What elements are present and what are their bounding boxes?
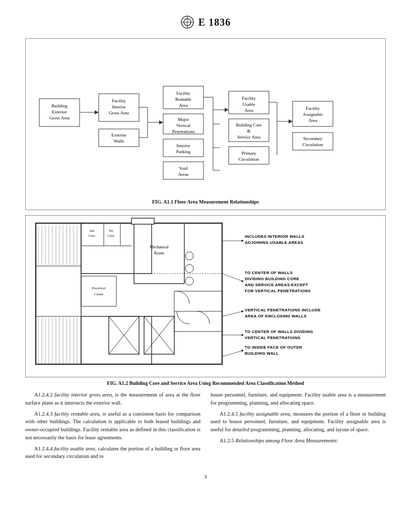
svg-text:VERTICAL PENETRATIONS INCLUDE: VERTICAL PENETRATIONS INCLUDE	[245, 308, 321, 312]
svg-rect-14	[99, 129, 139, 147]
astm-logo-icon	[180, 15, 194, 29]
svg-point-142	[241, 280, 243, 282]
svg-text:Building Core: Building Core	[236, 122, 261, 127]
svg-marker-9	[95, 110, 99, 114]
svg-text:Primary: Primary	[242, 151, 256, 156]
fig-a1-2-caption: FIG. A1.2 Building Core and Service Area…	[25, 380, 386, 386]
svg-text:&: &	[247, 128, 250, 134]
page-number: 3	[25, 474, 386, 480]
svg-text:Jan.: Jan.	[89, 229, 95, 233]
svg-text:Rentable: Rentable	[175, 97, 191, 102]
svg-rect-67	[36, 223, 222, 364]
svg-point-119	[185, 264, 193, 273]
svg-text:DIVIDING BUILDING CORE: DIVIDING BUILDING CORE	[245, 277, 300, 281]
svg-text:Area: Area	[179, 103, 188, 108]
svg-point-145	[241, 350, 243, 352]
svg-text:Clos.: Clos.	[89, 234, 96, 238]
para-a1242: A1.2.4.2 facility interior gross area, i…	[25, 391, 200, 407]
svg-text:Facility: Facility	[242, 96, 256, 101]
svg-text:Walls: Walls	[114, 139, 124, 144]
svg-text:Circulation: Circulation	[303, 142, 323, 147]
svg-text:Facility: Facility	[306, 106, 320, 111]
svg-marker-42	[225, 108, 229, 112]
svg-text:Gross Area: Gross Area	[109, 110, 129, 115]
svg-point-141	[241, 240, 243, 242]
para-a1244: A1.2.4.4 facility usable area, calculate…	[25, 445, 200, 461]
svg-text:Mechanical: Mechanical	[150, 245, 169, 249]
svg-text:Gross Area: Gross Area	[49, 115, 70, 120]
para-a1244-cont: house personnel, furniture, and equipmen…	[211, 391, 386, 407]
svg-text:INCLUDES INTERIOR WALLS: INCLUDES INTERIOR WALLS	[245, 234, 305, 239]
svg-text:Penetrations: Penetrations	[172, 129, 195, 134]
svg-line-125	[222, 274, 242, 281]
left-column: A1.2.4.2 facility interior gross area, i…	[25, 391, 200, 463]
diagram-a1-2: Jan. Clos. Tel. Clos. Electrical Closet …	[25, 215, 386, 377]
svg-text:VERTICAL PENETRATIONS: VERTICAL PENETRATIONS	[245, 336, 301, 340]
svg-text:Parking: Parking	[176, 149, 190, 154]
svg-line-126	[222, 311, 242, 316]
para-a1245: A1.2.4.5 facility assignable area, measu…	[211, 410, 386, 434]
document-title: E 1836	[198, 17, 231, 28]
svg-text:Tel.: Tel.	[109, 229, 114, 233]
svg-text:Exterior: Exterior	[111, 132, 126, 138]
svg-text:Exterior: Exterior	[52, 109, 67, 114]
svg-rect-96	[81, 316, 152, 364]
svg-text:Facility: Facility	[112, 98, 126, 103]
svg-text:Service Area: Service Area	[237, 135, 260, 140]
svg-rect-68	[36, 223, 81, 364]
svg-text:Vertical: Vertical	[176, 123, 190, 128]
svg-point-120	[185, 277, 193, 285]
svg-text:Void: Void	[179, 166, 188, 171]
body-text-section: A1.2.4.2 facility interior gross area, i…	[25, 391, 386, 463]
svg-marker-59	[289, 119, 293, 123]
svg-text:Closet: Closet	[94, 292, 103, 296]
para-a125: A1.2.5 Relationships among Floor Area Me…	[211, 437, 386, 445]
right-column: house personnel, furniture, and equipmen…	[211, 391, 386, 463]
svg-text:Circulation: Circulation	[239, 157, 259, 162]
para-a1243: A1.2.4.3 facility rentable area, is usef…	[25, 410, 200, 442]
svg-text:Interior: Interior	[112, 104, 126, 109]
page-header: E 1836	[25, 15, 386, 29]
svg-text:TO INSIDE FACE OF OUTER: TO INSIDE FACE OF OUTER	[245, 345, 302, 350]
svg-line-128	[222, 351, 242, 357]
svg-text:FOR VERTICAL PENETRATIONS: FOR VERTICAL PENETRATIONS	[245, 289, 311, 293]
svg-text:AREA OF ENCLOSING WALLS: AREA OF ENCLOSING WALLS	[245, 314, 307, 318]
svg-text:AND SERVICE AREAS EXCEPT: AND SERVICE AREAS EXCEPT	[245, 283, 308, 287]
svg-text:ADJOINING USABLE AREAS: ADJOINING USABLE AREAS	[245, 240, 303, 245]
floor-plan-svg: Jan. Clos. Tel. Clos. Electrical Closet …	[26, 216, 385, 377]
svg-text:Interior: Interior	[177, 143, 190, 148]
svg-text:Electrical: Electrical	[92, 286, 106, 290]
svg-marker-21	[159, 120, 163, 124]
svg-text:TO CENTER OF WALLS: TO CENTER OF WALLS	[245, 271, 293, 275]
svg-point-143	[241, 310, 243, 312]
svg-text:Area: Area	[308, 118, 317, 123]
flow-chart-svg: Building Exterior Gross Area Facility In…	[34, 51, 377, 192]
svg-text:BUILDING WALL: BUILDING WALL	[245, 351, 279, 356]
fig-a1-1-caption: FIG. A1.1 Floor Area Measurement Relatio…	[31, 199, 380, 205]
svg-rect-121	[131, 218, 154, 224]
diagram-a1-1: Building Exterior Gross Area Facility In…	[25, 38, 386, 210]
svg-point-144	[241, 334, 243, 336]
svg-text:Area: Area	[244, 108, 253, 113]
svg-text:Areas: Areas	[178, 172, 189, 177]
svg-text:Usable: Usable	[243, 102, 255, 107]
svg-text:Clos.: Clos.	[108, 234, 115, 238]
svg-rect-104	[81, 276, 116, 306]
svg-text:Building: Building	[51, 103, 67, 108]
svg-text:Room: Room	[154, 251, 164, 255]
svg-text:Secondary: Secondary	[303, 136, 322, 141]
svg-point-118	[185, 252, 193, 260]
svg-text:Major: Major	[178, 117, 189, 122]
svg-rect-64	[293, 132, 333, 150]
svg-text:TO CENTER OF WALLS DIVIDING: TO CENTER OF WALLS DIVIDING	[245, 329, 313, 334]
svg-text:Assignable: Assignable	[303, 112, 323, 117]
svg-text:Facility: Facility	[176, 91, 190, 96]
